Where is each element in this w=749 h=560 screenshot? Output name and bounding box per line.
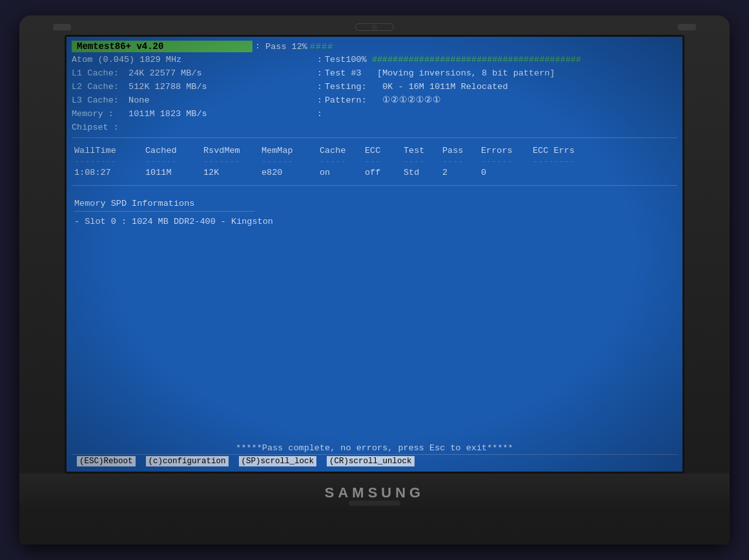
test3-label: Test #3 — [325, 68, 362, 78]
separator2: : — [317, 67, 325, 81]
l1-label: L1 Cache: — [72, 67, 123, 81]
col-header-eccerrs: ECC Errs — [533, 146, 584, 155]
webcam-dot — [372, 25, 377, 30]
bottom-scroll-unlock[interactable]: (CR)scroll_unlock — [327, 456, 415, 466]
div-rsvdmem: ------- — [203, 157, 262, 166]
chipset-label: Chipset : — [72, 121, 123, 135]
table-data-row: 1:08:27 1011M 12K e820 on off Std 2 0 — [72, 168, 677, 177]
spd-title: Memory SPD Informations — [74, 199, 675, 208]
l2-cache-info: L2 Cache: 512K 12788 MB/s — [72, 81, 317, 94]
top-bezel — [27, 23, 722, 31]
cpu-value: Atom (0.045) 1829 MHz — [72, 55, 181, 65]
table-dividers: -------- ------ ------- ------ ----- ---… — [72, 157, 677, 166]
div-errors: ------ — [481, 157, 533, 166]
spd-divider-top — [72, 185, 677, 186]
pattern-label: Pattern: — [325, 95, 367, 105]
spd-underline — [74, 211, 255, 212]
memory-line: Memory : 1011M 1823 MB/s : — [72, 108, 677, 121]
laptop-shell: Memtest86+ v4.20 : Pass 12% #### Atom (0… — [19, 15, 730, 545]
l2-label: L2 Cache: — [72, 81, 123, 94]
test3-value: [Moving inversions, 8 bit pattern] — [377, 68, 555, 78]
data-ecc: off — [365, 168, 404, 177]
data-errors: 0 — [481, 168, 533, 177]
div-eccerrs: -------- — [533, 157, 584, 166]
webcam — [355, 23, 394, 31]
memory-label: Memory : — [72, 108, 123, 121]
div-ecc: --- — [365, 157, 404, 166]
col-header-ecc: ECC — [365, 146, 404, 155]
data-rsvdmem: 12K — [203, 168, 262, 177]
chipset-right — [325, 121, 677, 135]
laptop-screen: Memtest86+ v4.20 : Pass 12% #### Atom (0… — [65, 35, 684, 474]
bottom-scroll-lock[interactable]: (SP)scroll_lock — [239, 456, 317, 466]
data-eccerrs — [533, 168, 584, 177]
data-test: Std — [404, 168, 442, 177]
l1-cache-info: L1 Cache: 24K 22577 MB/s — [72, 67, 317, 81]
memory-info: Memory : 1011M 1823 MB/s — [72, 108, 317, 121]
webcam-area — [355, 23, 394, 31]
l3-cache-line: L3 Cache: None : Pattern: ①②①②①②① — [72, 94, 677, 108]
bezel-button-left — [53, 24, 71, 30]
l1-value: 24K 22577 MB/s — [128, 68, 201, 78]
bezel-button-right — [678, 24, 696, 30]
l2-cache-line: L2 Cache: 512K 12788 MB/s : Testing: 0K … — [72, 81, 677, 94]
data-walltime: 1:08:27 — [74, 168, 145, 177]
test3-line: Test #3 [Moving inversions, 8 bit patter… — [325, 67, 677, 81]
data-memmap: e820 — [262, 168, 320, 177]
div-memmap: ------ — [262, 157, 320, 166]
col-header-cache: Cache — [320, 146, 365, 155]
testing-value: 0K - 16M 1011M Relocated — [382, 82, 508, 92]
data-cache: on — [320, 168, 365, 177]
separator4: : — [317, 94, 325, 108]
memory-value: 1011M 1823 MB/s — [128, 109, 207, 119]
bottom-config[interactable]: (c)configuration — [146, 456, 229, 466]
separator5: : — [317, 108, 325, 121]
app-title: Memtest86+ v4.20 — [72, 41, 252, 52]
bottom-bar: (ESC)Reboot (c)configuration (SP)scroll_… — [72, 454, 677, 468]
data-pass: 2 — [442, 168, 481, 177]
stats-table: WallTime Cached RsvdMem MemMap Cache ECC… — [72, 146, 677, 177]
separator: : — [317, 54, 325, 67]
chipset-info: Chipset : — [72, 121, 317, 135]
bottom-esc[interactable]: (ESC)Reboot — [77, 456, 136, 466]
spacer — [72, 226, 677, 438]
separator3: : — [317, 81, 325, 94]
l3-label: L3 Cache: — [72, 94, 123, 108]
div-test: ---- — [404, 157, 442, 166]
test-pct: Test100% — [325, 55, 367, 65]
col-header-errors: Errors — [481, 146, 533, 155]
data-cached: 1011M — [145, 168, 203, 177]
l1-cache-line: L1 Cache: 24K 22577 MB/s : Test #3 [Movi… — [72, 67, 677, 81]
pass-complete-text: *****Pass complete, no errors, press Esc… — [236, 443, 513, 453]
brand-label: SAMSUNG — [325, 485, 424, 501]
pattern-line: Pattern: ①②①②①②① — [325, 94, 677, 108]
terminal-display: Memtest86+ v4.20 : Pass 12% #### Atom (0… — [67, 37, 682, 472]
cpu-info: Atom (0.045) 1829 MHz — [72, 54, 317, 67]
pass-label: Pass 12% — [265, 42, 307, 52]
div-pass: ---- — [442, 157, 481, 166]
pass-hashes: #### — [310, 42, 333, 52]
col-header-memmap: MemMap — [262, 146, 320, 155]
col-header-walltime: WallTime — [74, 146, 145, 155]
title-bar: Memtest86+ v4.20 : Pass 12% #### — [72, 41, 677, 52]
main-divider — [72, 137, 677, 138]
col-header-rsvdmem: RsvdMem — [203, 146, 262, 155]
memory-right — [325, 108, 677, 121]
laptop-bottom-bezel: SAMSUNG — [19, 474, 730, 512]
cpu-line: Atom (0.045) 1829 MHz : Test100% #######… — [72, 54, 677, 67]
spd-slot0: - Slot 0 : 1024 MB DDR2-400 - Kingston — [74, 217, 675, 226]
testing-label: Testing: — [325, 82, 367, 92]
test-pct-line: Test100% ###############################… — [325, 54, 677, 67]
pass-complete-message: *****Pass complete, no errors, press Esc… — [72, 438, 677, 454]
testing-line: Testing: 0K - 16M 1011M Relocated — [325, 81, 677, 94]
div-cache: ----- — [320, 157, 365, 166]
pass-status: Pass 12% #### — [263, 41, 336, 52]
col-header-test: Test — [404, 146, 442, 155]
title-divider: : — [252, 41, 263, 52]
pattern-value: ①②①②①②① — [382, 95, 441, 105]
touchpad-button — [349, 501, 400, 506]
spd-section: Memory SPD Informations - Slot 0 : 1024 … — [72, 199, 677, 226]
col-header-cached: Cached — [145, 146, 203, 155]
l2-value: 512K 12788 MB/s — [128, 82, 207, 92]
div-cached: ------ — [145, 157, 203, 166]
